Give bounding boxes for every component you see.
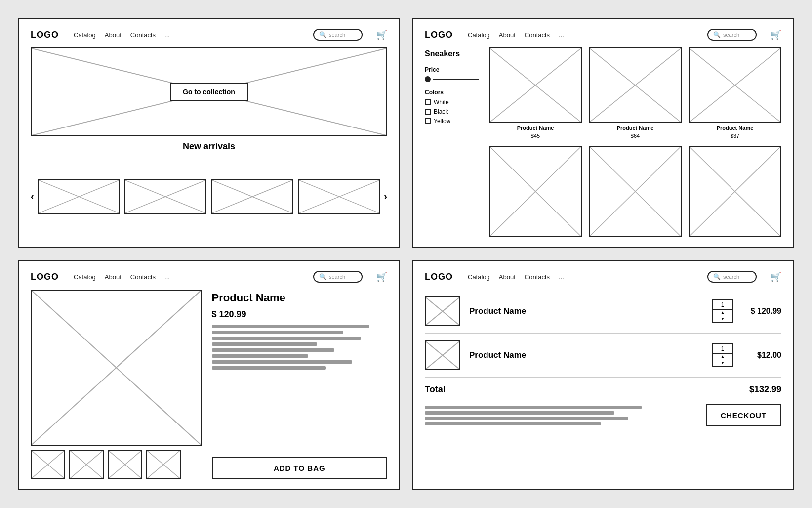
cart-item-price-1: $ 120.99 [742, 307, 781, 316]
nav-product-search[interactable]: 🔍 search [313, 271, 363, 283]
thumb-3[interactable] [108, 450, 142, 479]
thumb-1[interactable] [31, 450, 65, 479]
nav-logo-product: LOGO [31, 272, 59, 282]
color-white[interactable]: White [425, 99, 479, 106]
nav-catalog: LOGO Catalog About Contacts ... 🔍 search… [425, 29, 781, 41]
product-images [31, 290, 202, 479]
product-price-2: $64 [631, 133, 640, 139]
product-price-3: $37 [731, 133, 739, 139]
product-body: Product Name $ 120.99 ADD TO BAG [31, 290, 387, 479]
color-black[interactable]: Black [425, 108, 479, 115]
search-icon: 🔍 [319, 31, 326, 38]
product-cart-icon[interactable]: 🛒 [376, 271, 387, 282]
product-card-4[interactable] [489, 146, 582, 237]
color-black-label: Black [434, 108, 448, 115]
wavy-line-3 [425, 417, 628, 420]
product-img-2 [589, 47, 682, 123]
nav-cart-more[interactable]: ... [559, 273, 564, 281]
product-search-icon: 🔍 [319, 273, 326, 280]
qty-down-2[interactable]: ▼ [713, 360, 732, 366]
panel-home: LOGO Catalog About Contacts ... 🔍 search… [18, 18, 400, 248]
nav-cart-link-catalog[interactable]: Catalog [468, 273, 490, 281]
products-grid: Product Name $45 Product Name $64 Produc… [489, 47, 781, 237]
product-card-2[interactable]: Product Name $64 [589, 47, 682, 139]
qty-stepper-2[interactable]: 1 ▲ ▼ [712, 343, 733, 368]
nav-catalog-link-catalog[interactable]: Catalog [468, 31, 490, 39]
desc-line-7 [212, 360, 352, 364]
carousel-item-2[interactable] [124, 179, 206, 214]
nav-search[interactable]: 🔍 search [313, 29, 363, 41]
nav-product-link-contacts[interactable]: Contacts [130, 273, 156, 281]
nav-catalog-search[interactable]: 🔍 search [707, 29, 757, 41]
carousel-item-4[interactable] [298, 179, 380, 214]
product-card-1[interactable]: Product Name $45 [489, 47, 582, 139]
add-to-bag-button[interactable]: ADD TO BAG [212, 457, 387, 479]
desc-line-4 [212, 342, 317, 346]
catalog-cart-icon[interactable]: 🛒 [771, 29, 781, 40]
wavy-line-4 [425, 422, 601, 425]
cart-item-name-1: Product Name [469, 306, 703, 316]
checkout-button[interactable]: CHECKOUT [706, 404, 781, 426]
nav-logo: LOGO [31, 30, 59, 40]
qty-stepper-1[interactable]: 1 ▲ ▼ [712, 299, 733, 324]
product-thumbnails [31, 450, 202, 479]
thumb-4[interactable] [146, 450, 181, 479]
nav-cart: LOGO Catalog About Contacts ... 🔍 search… [425, 271, 781, 283]
wavy-line-2 [425, 411, 614, 415]
qty-value-1: 1 [713, 300, 732, 310]
cart-item-img-2 [425, 340, 460, 370]
nav-logo-cart: LOGO [425, 272, 453, 282]
nav-product-more[interactable]: ... [164, 273, 170, 281]
desc-line-8 [212, 366, 326, 370]
cart-item-name-2: Product Name [469, 350, 703, 360]
nav-link-about[interactable]: About [105, 31, 122, 39]
cart-total-value: $132.99 [749, 384, 781, 395]
nav-product-link-catalog[interactable]: Catalog [74, 273, 96, 281]
desc-line-1 [212, 325, 370, 328]
thumb-2[interactable] [69, 450, 104, 479]
carousel-prev-button[interactable]: ‹ [31, 191, 34, 202]
desc-line-6 [212, 354, 308, 358]
catalog-sidebar: Sneakers Price Colors White Black Ye [425, 47, 479, 237]
go-to-collection-button[interactable]: Go to collection [170, 83, 248, 101]
nav-cart-link-about[interactable]: About [499, 273, 516, 281]
slider-track [433, 79, 479, 80]
panel-catalog: LOGO Catalog About Contacts ... 🔍 search… [412, 18, 794, 248]
nav-link-catalog[interactable]: Catalog [74, 31, 96, 39]
carousel-item-3[interactable] [211, 179, 293, 214]
nav-catalog-more[interactable]: ... [559, 31, 564, 39]
product-img-6 [689, 146, 781, 237]
desc-line-5 [212, 348, 335, 352]
nav-catalog-link-about[interactable]: About [499, 31, 516, 39]
nav-product-link-about[interactable]: About [105, 273, 122, 281]
product-card-3[interactable]: Product Name $37 [689, 47, 781, 139]
product-card-5[interactable] [589, 146, 682, 237]
price-filter-label: Price [425, 66, 479, 73]
cart-nav-cart-icon[interactable]: 🛒 [771, 271, 781, 282]
qty-down-1[interactable]: ▼ [713, 316, 732, 322]
nav-catalog-link-contacts[interactable]: Contacts [525, 31, 550, 39]
qty-up-2[interactable]: ▲ [713, 354, 732, 360]
color-yellow[interactable]: Yellow [425, 118, 479, 125]
qty-up-1[interactable]: ▲ [713, 310, 732, 316]
checkbox-yellow[interactable] [425, 118, 431, 124]
desc-line-2 [212, 331, 344, 334]
color-white-label: White [434, 99, 449, 106]
catalog-search-icon: 🔍 [713, 31, 721, 38]
nav-link-contacts[interactable]: Contacts [130, 31, 156, 39]
product-img-1 [489, 47, 582, 123]
price-slider[interactable] [425, 76, 479, 82]
color-yellow-label: Yellow [434, 118, 450, 125]
nav-more[interactable]: ... [164, 31, 170, 39]
product-card-6[interactable] [689, 146, 781, 237]
slider-handle[interactable] [425, 76, 431, 82]
checkbox-white[interactable] [425, 99, 431, 105]
desc-line-3 [212, 337, 361, 340]
carousel-next-button[interactable]: › [384, 191, 387, 202]
nav-cart-link-contacts[interactable]: Contacts [525, 273, 550, 281]
cart-icon[interactable]: 🛒 [376, 29, 387, 40]
carousel-item-1[interactable] [38, 179, 120, 214]
cart-item-2: Product Name 1 ▲ ▼ $12.00 [425, 334, 781, 378]
nav-cart-search[interactable]: 🔍 search [707, 271, 757, 283]
checkbox-black[interactable] [425, 109, 431, 115]
